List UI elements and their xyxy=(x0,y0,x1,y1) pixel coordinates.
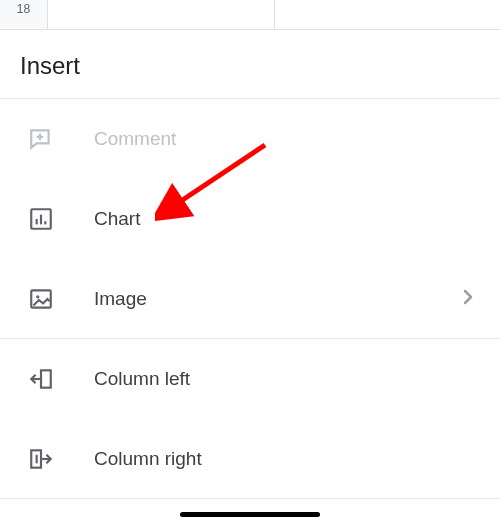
column-right-icon xyxy=(28,446,54,472)
svg-point-7 xyxy=(36,295,39,298)
chevron-right-icon xyxy=(456,285,480,313)
menu-item-column-right[interactable]: Column right xyxy=(0,419,500,499)
sheet-cell[interactable] xyxy=(275,0,501,29)
menu-item-comment: Comment xyxy=(0,99,500,179)
spreadsheet-top-row: 18 xyxy=(0,0,500,30)
comment-icon xyxy=(28,126,54,152)
menu-label-column-left: Column left xyxy=(94,368,190,390)
image-icon xyxy=(28,286,54,312)
home-indicator xyxy=(180,512,320,517)
sheet-cell[interactable] xyxy=(48,0,275,29)
menu-label-column-right: Column right xyxy=(94,448,202,470)
panel-title: Insert xyxy=(0,30,500,99)
menu-item-chart[interactable]: Chart xyxy=(0,179,500,259)
row-header-18[interactable]: 18 xyxy=(0,0,48,29)
menu-item-column-left[interactable]: Column left xyxy=(0,339,500,419)
menu-item-image[interactable]: Image xyxy=(0,259,500,339)
chart-icon xyxy=(28,206,54,232)
menu-label-comment: Comment xyxy=(94,128,176,150)
menu-label-image: Image xyxy=(94,288,147,310)
svg-rect-8 xyxy=(41,370,51,387)
menu-label-chart: Chart xyxy=(94,208,140,230)
column-left-icon xyxy=(28,366,54,392)
